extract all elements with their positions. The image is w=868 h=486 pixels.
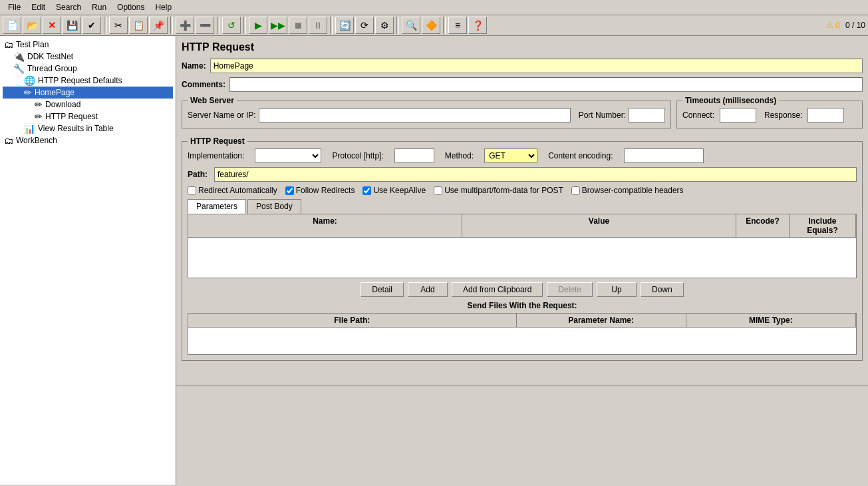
copy-button[interactable]: 📋 (129, 17, 148, 34)
view-results-label: View Results in Table (38, 124, 114, 133)
info-button[interactable]: 🔶 (422, 17, 440, 34)
response-input[interactable] (807, 108, 844, 122)
web-server-legend: Web Server (188, 96, 237, 105)
paste-button[interactable]: 📌 (149, 17, 168, 34)
sidebar-item-ddk-testnet[interactable]: 🔌 DDK TestNet (3, 51, 173, 63)
remove-button[interactable]: ➖ (196, 17, 214, 34)
options-button[interactable]: ≡ (448, 17, 467, 34)
sidebar-item-http-defaults[interactable]: 🌐 HTTP Request Defaults (3, 75, 173, 87)
tabs-container: Parameters Post Body (188, 199, 857, 214)
redirect-checkbox[interactable] (188, 186, 196, 195)
add-param-button[interactable]: Add (408, 282, 448, 297)
name-input[interactable] (210, 59, 863, 73)
col-encode: Encode? (736, 214, 790, 237)
col-name: Name: (188, 214, 462, 237)
keep-alive-checkbox-label[interactable]: Use KeepAlive (362, 186, 426, 195)
clear-all-button[interactable]: ⟳ (355, 17, 374, 34)
comments-label: Comments: (182, 80, 225, 89)
homepage-icon: ✏ (24, 87, 32, 98)
sidebar-item-download[interactable]: ✏ Download (3, 99, 173, 111)
delete-button[interactable]: Delete (547, 282, 593, 297)
sidebar-item-workbench[interactable]: 🗂 WorkBench (3, 134, 173, 146)
method-select[interactable]: GET POST PUT DELETE (484, 148, 537, 163)
port-input[interactable] (629, 108, 665, 122)
server-input[interactable] (259, 108, 571, 122)
separator-2 (170, 17, 173, 34)
protocol-label: Protocol [http]: (332, 151, 383, 160)
toolbar-status: ⚠ 0 0 / 10 (826, 21, 865, 30)
path-input[interactable] (214, 167, 857, 182)
workbench-label: WorkBench (16, 136, 57, 145)
bottom-section (176, 385, 868, 485)
shutdown-button[interactable]: ⏸ (309, 17, 327, 34)
follow-redirects-checkbox[interactable] (285, 186, 294, 195)
add-clipboard-button[interactable]: Add from Clipboard (452, 282, 543, 297)
browser-headers-checkbox-label[interactable]: Browser-compatible headers (571, 186, 684, 195)
server-label: Server Name or IP: (188, 111, 256, 120)
checkboxes-row: Redirect Automatically Follow Redirects … (188, 186, 857, 195)
new-button[interactable]: 📄 (3, 17, 21, 34)
ddk-label: DDK TestNet (27, 52, 73, 61)
multipart-checkbox[interactable] (434, 186, 442, 195)
sidebar-item-test-plan[interactable]: 🗂 Test Plan (3, 39, 173, 51)
menu-search[interactable]: Search (51, 1, 86, 13)
save-button[interactable]: 💾 (63, 17, 81, 34)
menu-options[interactable]: Options (112, 1, 150, 13)
run-remote-button[interactable]: ⚙ (375, 17, 394, 34)
menu-help[interactable]: Help (150, 1, 177, 13)
keep-alive-checkbox[interactable] (362, 186, 371, 195)
encoding-input[interactable] (624, 148, 704, 163)
separator-1 (104, 17, 106, 34)
connect-input[interactable] (720, 108, 756, 122)
sidebar-item-http-request[interactable]: ✏ HTTP Request (3, 111, 173, 122)
name-row: Name: (182, 59, 863, 73)
panel-title: HTTP Request (182, 41, 863, 53)
help-button[interactable]: ❓ (468, 17, 487, 34)
add-button[interactable]: ➕ (176, 17, 194, 34)
up-button[interactable]: Up (597, 282, 637, 297)
detail-button[interactable]: Detail (361, 282, 404, 297)
browser-headers-label: Browser-compatible headers (582, 186, 684, 195)
test-plan-icon: 🗂 (4, 39, 13, 50)
browser-headers-checkbox[interactable] (571, 186, 580, 195)
multipart-checkbox-label[interactable]: Use multipart/form-data for POST (434, 186, 563, 195)
comments-input[interactable] (229, 77, 863, 92)
multipart-label: Use multipart/form-data for POST (444, 186, 563, 195)
protocol-input[interactable] (394, 148, 434, 163)
keep-alive-label: Use KeepAlive (373, 186, 426, 195)
close-button[interactable]: ✕ (43, 17, 61, 34)
down-button[interactable]: Down (641, 282, 684, 297)
files-header: Send Files With the Request: (188, 301, 857, 310)
download-icon: ✏ (35, 99, 43, 110)
method-row: Implementation: Protocol [http]: Method:… (188, 148, 857, 163)
files-table: File Path: Parameter Name: MIME Type: (188, 313, 857, 355)
open-button[interactable]: 📂 (23, 17, 41, 34)
tab-parameters[interactable]: Parameters (188, 199, 246, 214)
menu-file[interactable]: File (3, 1, 26, 13)
sidebar-item-view-results[interactable]: 📊 View Results in Table (3, 122, 173, 134)
save-as-button[interactable]: ✔ (82, 17, 101, 34)
separator-7 (443, 17, 446, 34)
start-no-pause-button[interactable]: ▶▶ (269, 17, 287, 34)
sidebar-item-homepage[interactable]: ✏ HomePage (3, 87, 173, 99)
name-label: Name: (182, 61, 206, 71)
impl-select[interactable] (255, 148, 321, 163)
stop-button[interactable]: ⏹ (289, 17, 307, 34)
follow-redirects-checkbox-label[interactable]: Follow Redirects (285, 186, 355, 195)
redirect-checkbox-label[interactable]: Redirect Automatically (188, 186, 277, 195)
http-defaults-icon: 🌐 (24, 75, 35, 86)
start-button[interactable]: ▶ (249, 17, 267, 34)
menu-edit[interactable]: Edit (26, 1, 51, 13)
cut-button[interactable]: ✂ (109, 17, 128, 34)
col-equals: Include Equals? (790, 214, 856, 237)
search-toolbar-button[interactable]: 🔍 (402, 17, 420, 34)
tab-post-body[interactable]: Post Body (247, 199, 301, 214)
http-request-icon: ✏ (35, 111, 43, 122)
clear-button[interactable]: 🔄 (335, 17, 354, 34)
reset-button[interactable]: ↺ (222, 17, 241, 34)
sidebar-item-thread-group[interactable]: 🔧 Thread Group (3, 63, 173, 75)
http-request-label: HTTP Request (45, 112, 98, 121)
params-header: Name: Value Encode? Include Equals? (188, 214, 856, 238)
menu-run[interactable]: Run (86, 1, 112, 13)
http-request-panel: HTTP Request Name: Comments: Web Server (176, 36, 868, 385)
